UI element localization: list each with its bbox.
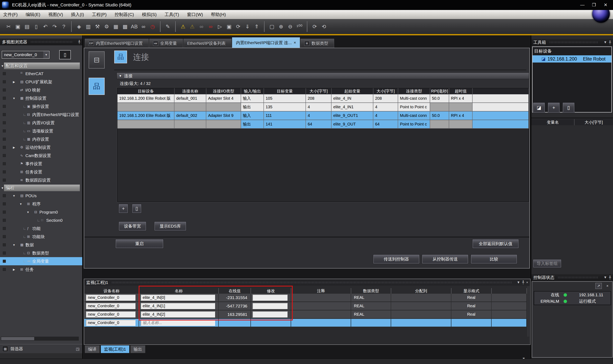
tree-item[interactable]: ▼ ⊞ 程序: [0, 200, 82, 208]
warning-enabled-icon[interactable]: ⚠: [179, 22, 188, 32]
port-settings-page-button[interactable]: ⊟: [89, 51, 105, 68]
cell-target-variable[interactable]: 111: [264, 111, 306, 120]
col-connection-name[interactable]: 连接名称: [174, 88, 206, 94]
watch-row[interactable]: new_Controller_0 elite_4_IN[2] 163.29581…: [84, 311, 527, 319]
drag-handle[interactable]: [111, 282, 512, 284]
variable-name-field[interactable]: elite_4_IN[2]: [141, 311, 215, 317]
tree-item[interactable]: ⊞ 任务设置: [0, 168, 82, 176]
tree-item[interactable]: ▼ ▤ POUs: [0, 192, 82, 200]
upload-from-controller-icon[interactable]: ⇑: [252, 22, 261, 32]
close-icon[interactable]: ×: [526, 281, 528, 285]
modify-field[interactable]: [252, 295, 288, 301]
col-direction[interactable]: 输入/输出: [241, 88, 264, 94]
expander-icon[interactable]: ▼: [1, 186, 4, 190]
cell-connection-type[interactable]: Point to Point c: [398, 120, 430, 129]
tree-item[interactable]: ∿ Cam数据设置: [0, 151, 82, 160]
expander-icon[interactable]: ▶: [12, 268, 16, 271]
variable-name-field[interactable]: elite_4_IN[1]: [141, 303, 215, 309]
add-target-button[interactable]: +: [548, 103, 560, 113]
tree-item[interactable]: ▼ 配置和设置: [0, 62, 82, 69]
target-device-item[interactable]: ◪ 192.168.1.200 Elite Robot: [533, 55, 611, 63]
cell-connection-type[interactable]: Multi-cast conn: [398, 94, 430, 103]
cell-io-type[interactable]: Adapter Slot 4: [206, 94, 241, 103]
document-tab[interactable]: 内置EtherNet/IP端口设置 连... ×: [232, 37, 300, 48]
cell-connection-type[interactable]: Point to Point c: [398, 103, 430, 111]
expand-icon[interactable]: ◳: [76, 347, 79, 351]
edit-run-icon[interactable]: ✎: [163, 22, 172, 32]
loop-back-icon[interactable]: ⟲: [319, 22, 329, 32]
device-name-field[interactable]: new_Controller_0: [86, 320, 135, 326]
search-icon[interactable]: ∞: [139, 22, 148, 32]
col-io-type[interactable]: 连接I/O类型: [206, 88, 241, 94]
variable-grid-icon[interactable]: ▦: [111, 22, 120, 32]
connection-row[interactable]: 输出 141 64 elite_9_OUT 64 Point to Point …: [117, 120, 529, 129]
display-format-cell[interactable]: Real: [451, 302, 492, 310]
cell-target-device[interactable]: 192.168.1.200 Elite Robot 版: [117, 94, 174, 103]
comment-cell[interactable]: [291, 294, 351, 301]
drag-handle[interactable]: [30, 41, 73, 43]
drag-handle[interactable]: [557, 276, 599, 278]
cell-size-1[interactable]: 4: [306, 103, 332, 111]
transfer-from-controller-button[interactable]: 从控制器传送: [422, 255, 468, 264]
cell-timeout[interactable]: RPI x 4: [449, 111, 473, 120]
collapse-icon[interactable]: ▼: [119, 74, 122, 78]
document-tab[interactable]: ⊞ 数据类型: [301, 39, 334, 48]
col-originator-variable[interactable]: 起始变量: [332, 88, 373, 94]
delete-icon[interactable]: ▯: [32, 22, 41, 32]
chevron-down-icon[interactable]: ▼: [604, 40, 607, 44]
watch-new-row[interactable]: new_Controller_0: [84, 319, 527, 327]
col-variable-name[interactable]: 变量名: [531, 119, 574, 125]
cell-target-device[interactable]: 192.168.1.200 Elite Robot 版: [117, 111, 174, 120]
modify-field[interactable]: [252, 303, 288, 309]
bottom-tab[interactable]: 编译: [85, 345, 100, 353]
expander-icon[interactable]: ▶: [12, 80, 16, 83]
monitor-off-icon[interactable]: ∞: [206, 22, 215, 32]
expander-icon[interactable]: ▼: [12, 97, 16, 100]
col-device-name[interactable]: 设备名称: [84, 288, 139, 294]
drag-handle[interactable]: [549, 41, 599, 43]
undo-icon[interactable]: ↶: [41, 22, 50, 32]
cell-rpi[interactable]: [430, 120, 449, 129]
pin-icon[interactable]: ╀: [609, 275, 611, 280]
device-name-field[interactable]: new_Controller_0: [86, 295, 135, 301]
connection-section-bar[interactable]: ▼ 连接: [117, 73, 529, 79]
maximize-button[interactable]: ❐: [588, 1, 600, 9]
close-icon[interactable]: ×: [604, 283, 611, 289]
zoom-in-icon[interactable]: ⊕: [277, 22, 286, 32]
device-bandwidth-button[interactable]: 设备带宽: [119, 221, 146, 231]
tree-item[interactable]: ∟ ⊡ 数据类型: [0, 249, 82, 257]
cell-direction[interactable]: 输入: [241, 111, 264, 120]
display-format-cell[interactable]: Real: [451, 311, 492, 318]
connection-row[interactable]: 192.168.1.200 Elite Robot 版 default_002 …: [117, 111, 529, 120]
document-tab[interactable]: EtherNet/IP设备列表: [183, 39, 232, 48]
controller-select[interactable]: new_Controller_0 ▼: [2, 51, 50, 59]
help-icon[interactable]: ?: [59, 22, 69, 32]
watch-row[interactable]: new_Controller_0 elite_4_IN[1] -547.7273…: [84, 302, 527, 311]
cell-target-variable[interactable]: 105: [264, 94, 306, 103]
import-tagset-button[interactable]: 导入标签组: [533, 259, 561, 268]
restore-defaults-button[interactable]: 全部返回到默认值: [472, 239, 519, 248]
cell-target-variable[interactable]: 141: [264, 120, 306, 129]
col-size-2[interactable]: 大小[字节]: [373, 88, 398, 94]
cell-size-1[interactable]: 4: [306, 111, 332, 120]
menu-item[interactable]: 插入(I): [71, 12, 84, 18]
display-format-cell[interactable]: Real: [451, 294, 492, 301]
menu-item[interactable]: 视图(V): [48, 12, 63, 18]
col-timeout[interactable]: 超时值: [449, 88, 473, 94]
tree-item[interactable]: ▶ ⊞ 任务: [0, 265, 82, 273]
menu-item[interactable]: 工程(P): [92, 12, 107, 18]
cell-rpi[interactable]: [430, 103, 449, 111]
cell-io-type[interactable]: [206, 103, 241, 111]
view-3d-icon[interactable]: ◈: [74, 22, 84, 32]
cell-size-2[interactable]: 4: [373, 111, 398, 120]
menu-item[interactable]: 工具(T): [165, 12, 179, 18]
chevron-down-icon[interactable]: ▼: [517, 281, 520, 285]
document-tab[interactable]: var 全局变量: [149, 39, 183, 48]
col-modify[interactable]: 修改: [251, 288, 291, 294]
cell-connection-type[interactable]: Multi-cast conn: [398, 111, 430, 120]
col-allocated[interactable]: 分配到: [391, 288, 451, 294]
zoom-out-icon[interactable]: ⊖: [286, 22, 295, 32]
restart-button[interactable]: 重启: [115, 239, 164, 248]
tool-icon[interactable]: ⚒: [93, 22, 102, 32]
delete-connection-button[interactable]: ▯: [132, 204, 141, 213]
